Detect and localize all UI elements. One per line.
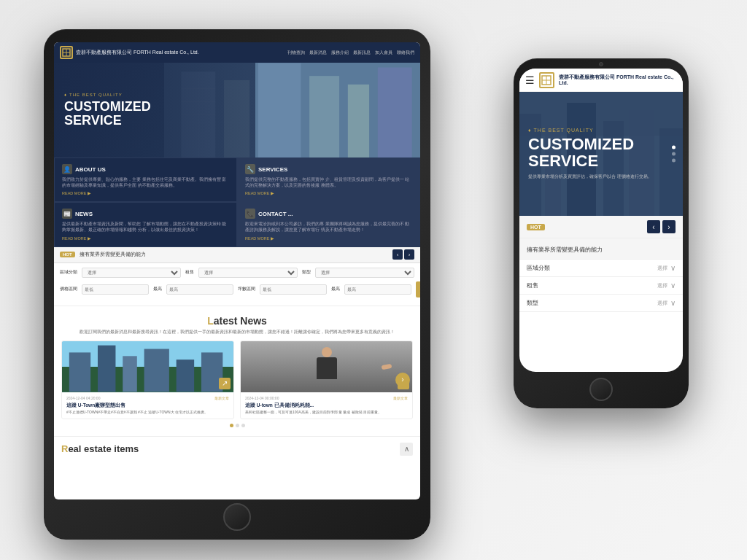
phone-hero-quality: ♦ THE BEST QUALITY	[528, 128, 674, 133]
phone-camera	[599, 62, 603, 66]
card-2-headline: 追蹤 U-town 已具備消耗耗能...	[245, 402, 408, 408]
phone-filter-region-right: 選擇 ∨	[657, 264, 676, 272]
contact-read-more[interactable]: READ MORE ▶	[245, 236, 412, 241]
svg-rect-16	[69, 352, 90, 392]
phone-home-button[interactable]	[589, 378, 613, 401]
tablet-home-button[interactable]	[223, 503, 251, 531]
svg-rect-20	[177, 359, 194, 392]
phone-screen: ☰ 壹群不動產服務有限公司 FORTH Real estate Co., Ltd…	[519, 69, 683, 372]
filter-select-region[interactable]: 選擇	[82, 268, 181, 278]
nav-link-2[interactable]: 最新消息	[309, 50, 327, 56]
card-2-image: ↗	[241, 341, 412, 392]
contact-title: CONTACT ...	[258, 211, 293, 217]
card-1-arrow[interactable]: ↗	[219, 378, 231, 389]
phone-hero: ♦ THE BEST QUALITY CUSTOMIZED SERVICE 提供…	[519, 92, 683, 216]
tablet-expand-btn[interactable]: ∧	[400, 443, 413, 456]
news-text: 提供最新不動產市場資訊及新聞，幫助您 了解市場動態，讓您在不動產投資決策時 能夠…	[62, 222, 229, 233]
dot-3[interactable]	[241, 424, 245, 427]
tablet-navbar: 壹群不動產服務有限公司 FORTH Real estate Co., Ltd. …	[54, 42, 420, 63]
phone-dot-3	[672, 159, 676, 163]
phone-filter-type-placeholder: 選擇	[657, 300, 667, 307]
services-text: 我們提供完整的不動產服務，包括買賣仲 介、租賃管理及投資顧問，為客戶提供一 站式…	[245, 177, 412, 188]
filter-area-dash: 最高	[331, 286, 340, 292]
phone-filter-type-right: 選擇 ∨	[657, 299, 676, 307]
phone-filters: 區域分類 選擇 ∨ 租售 選擇 ∨ 類型	[519, 260, 683, 312]
phone-hot-badge: HOT	[527, 224, 545, 230]
phone-dot-2	[672, 152, 676, 156]
tablet-contact-header: 📞 CONTACT ...	[245, 209, 412, 219]
tablet-real-title: Real estate items	[61, 443, 139, 454]
about-read-more[interactable]: READ MORE ▶	[62, 191, 229, 195]
tablet-screen: 壹群不動產服務有限公司 FORTH Real estate Co., Ltd. …	[54, 42, 420, 499]
nav-link-5[interactable]: 加入會員	[375, 50, 392, 56]
tablet-nav-links: 刊物查詢 最新消息 服務介紹 最新訊息 加入會員 聯絡我們	[287, 50, 414, 56]
about-title: ABOUT US	[75, 166, 106, 173]
tablet-frame: 壹群不動產服務有限公司 FORTH Real estate Co., Ltd. …	[44, 29, 430, 540]
filter-select-rent[interactable]: 選擇	[198, 268, 298, 278]
card-1-meta: 2024-12-04 04:20:00 最新文章	[66, 396, 229, 400]
phone-frame: ☰ 壹群不動產服務有限公司 FORTH Real estate Co., Ltd…	[514, 58, 689, 408]
hamburger-icon[interactable]: ☰	[525, 74, 535, 86]
tablet-about-box: 👤 ABOUT US 我們致力於提供專業、貼心的服務，主要 業務包括住宅及商業不…	[54, 158, 237, 202]
tablet-contact-box: 📞 CONTACT ... 歡迎來電洽詢或到本公司參訪，我們的專 業團隊將竭誠為…	[237, 202, 420, 246]
phone-hot-text-row: 擁有業界所需變更具備的能力	[519, 238, 683, 260]
news-icon: 📰	[62, 209, 72, 219]
dot-2[interactable]	[236, 424, 239, 427]
phone-filter-region-placeholder: 選擇	[657, 265, 667, 272]
nav-link-3[interactable]: 服務介紹	[331, 50, 349, 56]
tablet-news-next[interactable]: ›	[395, 373, 410, 387]
filter-area-max[interactable]	[344, 284, 411, 295]
tablet-news-carousel: ‹	[61, 341, 413, 419]
filter-label-type: 類型	[302, 269, 311, 276]
tablet-prev-arrow[interactable]: ‹	[392, 249, 403, 260]
filter-select-type[interactable]: 選擇	[315, 268, 414, 278]
tablet-hero-quality: ♦ THE BEST QUALITY	[64, 93, 245, 97]
phone-filter-rent-right: 選擇 ∨	[657, 281, 676, 289]
filter-area-min[interactable]	[260, 284, 327, 295]
tablet-news-card-1: ↗ 2024-12-04 04:20:00 最新文章 追蹤 U-Town廠辦型態…	[61, 341, 234, 419]
phone-filter-type[interactable]: 類型 選擇 ∨	[519, 295, 683, 312]
tablet-news-card-2: ↗ 2024-12-04 00:00:00 最新文章 追蹤 U-town 已具備…	[240, 341, 413, 419]
card-1-content: 2024-12-04 04:20:00 最新文章 追蹤 U-Town廠辦型態出售…	[62, 392, 233, 419]
person-head	[322, 347, 332, 357]
tablet-next-arrow[interactable]: ›	[404, 249, 414, 260]
phone-filter-label-rent: 租售	[527, 282, 538, 289]
filter-price-min[interactable]	[82, 284, 149, 295]
phone-filter-region[interactable]: 區域分類 選擇 ∨	[519, 260, 683, 277]
tablet-news-section: Latest News 歡迎訂閱我們的最新消息和最新搜尋資訊！在這裡，我們提供一…	[54, 306, 420, 436]
tablet-news-title: Latest News	[61, 315, 413, 327]
phone-filter-rent[interactable]: 租售 選擇 ∨	[519, 277, 683, 295]
nav-link-6[interactable]: 聯絡我們	[397, 50, 414, 56]
services-read-more[interactable]: READ MORE ▶	[245, 191, 412, 195]
svg-rect-17	[98, 345, 115, 392]
phone-hero-title: CUSTOMIZED SERVICE	[528, 136, 674, 169]
filter-search-btn[interactable]: 搜尋	[416, 281, 420, 298]
card-1-headline: 追蹤 U-Town廠辦型態出售	[66, 402, 229, 408]
contact-icon: 📞	[245, 209, 255, 219]
phone-filter-rent-placeholder: 選擇	[657, 282, 667, 289]
person-body	[317, 357, 337, 379]
phone-next-arrow[interactable]: ›	[662, 220, 676, 233]
tablet-news-box: 📰 NEWS 提供最新不動產市場資訊及新聞，幫助您 了解市場動態，讓您在不動產投…	[54, 202, 237, 246]
filter-label-region: 區域分類	[60, 269, 77, 276]
news-read-more[interactable]: READ MORE ▶	[62, 236, 229, 241]
phone-prev-arrow[interactable]: ‹	[647, 220, 660, 233]
svg-rect-9	[377, 67, 411, 158]
tablet-services-box: 🔧 SERVICES 我們提供完整的不動產服務，包括買賣仲 介、租賃管理及投資顧…	[237, 158, 420, 202]
phone-filter-region-chevron: ∨	[670, 264, 676, 272]
filter-label-rent: 租售	[185, 269, 194, 276]
tablet-hot-arrows: ‹ ›	[392, 249, 414, 260]
nav-link-1[interactable]: 刊物查詢	[287, 50, 305, 56]
filter-price-max[interactable]	[166, 284, 233, 295]
card-2-tag: 最新文章	[393, 396, 408, 400]
svg-rect-7	[309, 76, 339, 158]
about-text: 我們致力於提供專業、貼心的服務，主要 業務包括住宅及商業不動產。我們擁有豐 富的…	[62, 177, 229, 188]
card-2-date: 2024-12-04 00:00:00	[245, 396, 279, 400]
nav-link-4[interactable]: 最新訊息	[353, 50, 371, 56]
card-1-date: 2024-12-04 04:20:00	[66, 396, 100, 400]
dot-1[interactable]	[230, 424, 233, 427]
about-icon: 👤	[62, 164, 72, 174]
tablet-services-header: 🔧 SERVICES	[245, 164, 412, 174]
tablet-about-header: 👤 ABOUT US	[62, 164, 229, 174]
svg-rect-6	[258, 63, 301, 158]
